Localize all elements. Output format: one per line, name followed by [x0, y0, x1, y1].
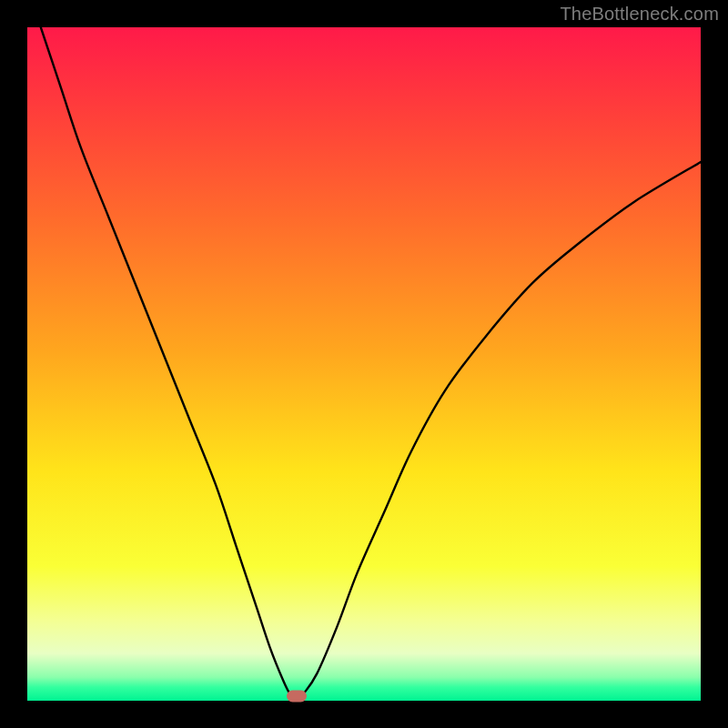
chart-plot-area [27, 27, 701, 701]
bottleneck-curve [27, 27, 701, 701]
watermark-text: TheBottleneck.com [560, 4, 719, 25]
curve-path [41, 27, 701, 701]
chart-frame: TheBottleneck.com [0, 0, 728, 728]
optimum-marker [287, 691, 307, 703]
